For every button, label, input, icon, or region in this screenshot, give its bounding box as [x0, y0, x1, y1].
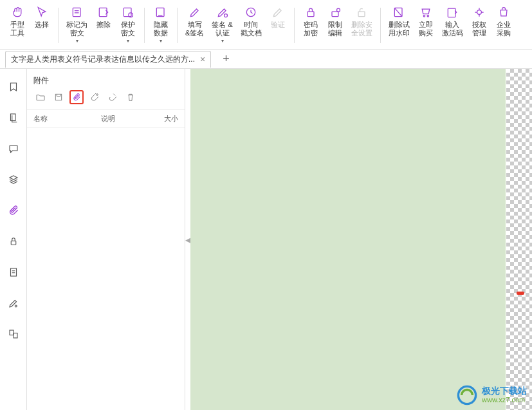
auth-icon: [472, 5, 486, 19]
sign-cert-label: 签名 & 认证: [212, 21, 232, 37]
remove-watermark-button[interactable]: 删除试 用水印: [385, 3, 414, 40]
watermark-url: www.xz7.com: [482, 395, 527, 404]
tab-bar: 文字是人类用表义符号记录表达信息以传之久远的方... × +: [0, 50, 532, 69]
mark-redaction-button[interactable]: 标记为 密文 ▾: [62, 3, 91, 46]
hand-tool-label: 手型 工具: [10, 21, 24, 37]
svg-rect-7: [307, 12, 314, 16]
separator: [177, 8, 178, 43]
remove-watermark-label: 删除试 用水印: [389, 21, 410, 37]
timestamp-button[interactable]: 时间 戳文档: [237, 3, 266, 40]
document-tab[interactable]: 文字是人类用表义符号记录表达信息以传之久远的方... ×: [5, 51, 211, 68]
clock-icon: [244, 5, 258, 19]
bookmark-rail-button[interactable]: [6, 79, 21, 95]
chevron-down-icon: ▾: [127, 38, 129, 44]
separator: [380, 8, 381, 43]
canvas-background: [506, 69, 532, 410]
svg-rect-20: [10, 330, 14, 335]
svg-point-12: [423, 15, 425, 17]
link-attachment-button[interactable]: [87, 90, 102, 104]
svg-rect-0: [73, 8, 80, 16]
col-name: 名称: [33, 114, 101, 124]
comment-rail-button[interactable]: [6, 141, 21, 156]
site-watermark: 极光下载站 www.xz7.com: [456, 384, 527, 406]
sign-cert-button[interactable]: 签名 & 认证 ▾: [208, 3, 236, 46]
chevron-down-icon: ▾: [221, 38, 224, 44]
add-attachment-button[interactable]: [69, 90, 84, 104]
restrict-edit-label: 限制 编辑: [328, 21, 342, 37]
edit-attachment-button[interactable]: [105, 90, 120, 104]
verify-button: 验证: [266, 3, 290, 32]
svg-point-15: [477, 10, 481, 15]
form-rail-button[interactable]: [6, 265, 21, 280]
enterprise-button[interactable]: 企业 采购: [491, 3, 516, 40]
chevron-down-icon: ▾: [76, 38, 78, 44]
restrict-edit-button[interactable]: 限制 编辑: [323, 3, 347, 40]
document-canvas[interactable]: [190, 69, 532, 410]
mark-redaction-label: 标记为 密文: [66, 21, 87, 37]
restrict-icon: [328, 5, 342, 19]
pen-icon: [188, 5, 202, 19]
attachment-rail-button[interactable]: [6, 203, 21, 218]
watermark-logo-icon: [456, 384, 478, 406]
pages-rail-button[interactable]: [6, 110, 21, 126]
svg-point-23: [96, 94, 98, 96]
attachment-list-header: 名称 说明 大小: [27, 110, 185, 128]
sign-rail-button[interactable]: [6, 295, 21, 311]
page-content: [190, 69, 506, 410]
save-button[interactable]: [51, 90, 66, 104]
key-icon: [445, 5, 459, 19]
layers-rail-button[interactable]: [6, 172, 21, 187]
lock-icon: [304, 5, 318, 19]
erase-button[interactable]: 擦除: [91, 3, 116, 32]
hide-data-icon: [154, 5, 168, 19]
panel-title: 附件: [27, 69, 185, 90]
svg-rect-16: [10, 114, 15, 121]
chevron-down-icon: ▾: [160, 38, 162, 44]
hand-tool-button[interactable]: 手型 工具: [5, 3, 30, 40]
protect-redaction-label: 保护 密文: [121, 21, 135, 37]
panel-toolbar: [27, 90, 185, 110]
fill-sign-button[interactable]: 填写 &签名: [181, 3, 208, 40]
redact-mark-icon: [70, 5, 84, 19]
hide-data-label: 隐藏 数据: [154, 21, 168, 37]
input-code-button[interactable]: 输入 激活码: [438, 3, 467, 40]
enterprise-label: 企业 采购: [497, 21, 511, 37]
erase-label: 擦除: [96, 21, 111, 29]
svg-point-13: [427, 15, 429, 17]
auth-mgmt-button[interactable]: 授权 管理: [467, 3, 491, 40]
erase-icon: [96, 5, 111, 19]
cursor-icon: [35, 5, 49, 19]
select-tool-label: 选择: [35, 21, 49, 29]
security-rail-button[interactable]: [6, 234, 21, 249]
protect-redaction-button[interactable]: 保护 密文 ▾: [116, 3, 140, 46]
svg-rect-14: [448, 8, 456, 17]
tab-close-button[interactable]: ×: [200, 54, 205, 64]
tab-title: 文字是人类用表义符号记录表达信息以传之久远的方...: [11, 54, 195, 65]
col-desc: 说明: [101, 114, 152, 124]
hide-data-button[interactable]: 隐藏 数据 ▾: [149, 3, 173, 46]
open-folder-button[interactable]: [33, 90, 48, 104]
svg-rect-2: [124, 8, 131, 16]
tab-add-button[interactable]: +: [223, 52, 230, 66]
remove-security-button: 删除安 全设置: [347, 3, 376, 40]
auth-mgmt-label: 授权 管理: [472, 21, 486, 37]
pwd-encrypt-button[interactable]: 密码 加密: [298, 3, 323, 40]
left-rail: [0, 69, 27, 410]
cart-icon: [419, 5, 433, 19]
annotation-mark: [517, 292, 524, 295]
svg-point-19: [15, 305, 17, 307]
delete-attachment-button[interactable]: [124, 90, 138, 104]
separator: [144, 8, 145, 43]
compare-rail-button[interactable]: [6, 326, 21, 342]
bag-icon: [497, 5, 511, 19]
watermark-title: 极光下载站: [482, 386, 527, 395]
separator: [58, 8, 59, 43]
unlock-icon: [354, 5, 369, 19]
panel-resize-handle[interactable]: ◂: [185, 69, 190, 410]
select-tool-button[interactable]: 选择: [30, 3, 54, 32]
protect-icon: [121, 5, 135, 19]
ribbon-toolbar: 手型 工具 选择 标记为 密文 ▾ 擦除 保护 密文 ▾ 隐藏 数据 ▾: [0, 0, 532, 50]
buy-now-button[interactable]: 立即 购买: [414, 3, 438, 40]
svg-rect-17: [11, 241, 16, 245]
hand-icon: [10, 5, 24, 19]
